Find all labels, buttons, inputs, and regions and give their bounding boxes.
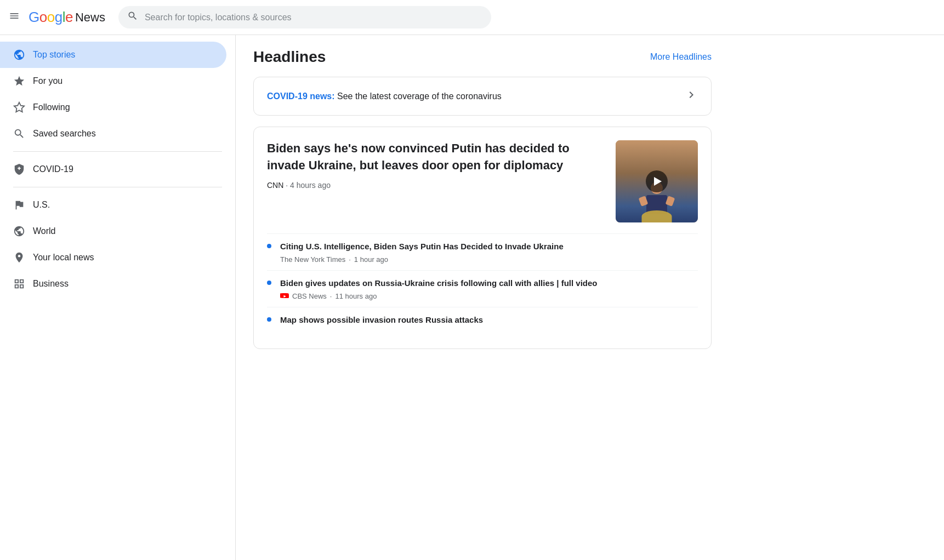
article-thumbnail[interactable] [616,140,698,222]
divider-2 [13,187,222,187]
sub-article-1[interactable]: Citing U.S. Intelligence, Biden Says Put… [267,233,698,270]
sub-dot-2: · [330,292,332,300]
sub-source-name-2: CBS News [292,292,327,300]
play-triangle [654,177,662,186]
sub-source-2: CBS News · 11 hours ago [280,292,698,300]
header: Google News Search for topics, locations… [0,0,944,35]
sub-article-content-1: Citing U.S. Intelligence, Biden Says Put… [280,241,698,264]
shield-plus-icon [13,163,33,175]
globe-icon [13,49,33,61]
menu-icon[interactable] [9,10,20,24]
article-main-text: Biden says he's now convinced Putin has … [267,140,602,222]
search-saved-icon [13,128,33,140]
sidebar-item-covid[interactable]: COVID-19 [0,156,226,182]
logo-news-text: News [75,10,105,25]
biden-hand-left [639,196,649,206]
sidebar-item-saved-searches[interactable]: Saved searches [0,121,226,147]
youtube-icon [280,293,289,300]
covid-banner[interactable]: COVID-19 news: See the latest coverage o… [253,77,712,116]
sidebar-label-top-stories: Top stories [33,50,75,60]
chevron-right-icon [685,88,698,104]
article-card-main: Biden says he's now convinced Putin has … [253,127,712,349]
flag-icon [13,199,33,211]
bullet-3 [267,317,271,322]
location-icon [13,252,33,264]
star-icon [13,101,33,113]
search-bar[interactable]: Search for topics, locations & sources [118,6,491,28]
sidebar-label-following: Following [33,102,70,112]
headlines-header: Headlines More Headlines [253,48,712,66]
sub-source-name-1: The New York Times [280,255,345,264]
covid-banner-text: COVID-19 news: See the latest coverage o… [267,92,502,101]
logo-google-text: Google [29,9,73,26]
sub-headline-1: Citing U.S. Intelligence, Biden Says Put… [280,241,698,252]
covid-link-text: COVID-19 news: [267,92,335,101]
sub-time-2: 11 hours ago [335,292,377,300]
sidebar-item-business[interactable]: Business [0,271,226,297]
sub-article-content-3: Map shows possible invasion routes Russi… [280,314,698,329]
logo[interactable]: Google News [29,9,105,26]
sidebar: Top stories For you Following [0,35,236,560]
sidebar-item-us[interactable]: U.S. [0,192,226,218]
bullet-1 [267,244,271,248]
source-dot: · [286,181,290,190]
sub-headline-3: Map shows possible invasion routes Russi… [280,314,698,325]
sub-article-3[interactable]: Map shows possible invasion routes Russi… [267,307,698,335]
earth-icon [13,225,33,237]
svg-marker-0 [14,102,24,112]
sidebar-label-world: World [33,226,56,236]
presidential-seal [642,210,672,222]
search-placeholder: Search for topics, locations & sources [145,13,292,22]
article-source: CNN · 4 hours ago [267,181,602,190]
sidebar-label-for-you: For you [33,76,62,86]
play-button[interactable] [646,170,668,192]
article-headline[interactable]: Biden says he's now convinced Putin has … [267,140,602,174]
sidebar-label-us: U.S. [33,200,50,210]
main-content: Headlines More Headlines COVID-19 news: … [236,35,729,560]
sub-source-1: The New York Times · 1 hour ago [280,255,698,264]
article-time: 4 hours ago [290,181,331,190]
covid-description: See the latest coverage of the coronavir… [337,92,502,101]
sub-dot-1: · [349,255,351,264]
more-headlines-link[interactable]: More Headlines [650,52,712,62]
sub-article-content-2: Biden gives updates on Russia-Ukraine cr… [280,277,698,300]
sidebar-label-business: Business [33,279,69,289]
page-layout: Top stories For you Following [0,35,944,560]
headlines-title: Headlines [253,48,326,66]
grid-icon [13,278,33,290]
sub-time-1: 1 hour ago [354,255,388,264]
sidebar-label-local-news: Your local news [33,253,94,262]
sidebar-label-covid: COVID-19 [33,164,73,174]
sparkle-icon [13,75,33,87]
source-name: CNN [267,181,283,190]
bullet-2 [267,281,271,285]
sub-headline-2: Biden gives updates on Russia-Ukraine cr… [280,277,698,289]
article-main-section: Biden says he's now convinced Putin has … [267,140,698,222]
sidebar-label-saved-searches: Saved searches [33,129,96,139]
sidebar-item-top-stories[interactable]: Top stories [0,42,226,68]
divider-1 [13,151,222,152]
sidebar-item-world[interactable]: World [0,218,226,244]
sub-article-2[interactable]: Biden gives updates on Russia-Ukraine cr… [267,270,698,307]
search-icon [127,10,138,24]
biden-hand-right [666,196,675,206]
sidebar-item-local-news[interactable]: Your local news [0,244,226,271]
sub-articles-list: Citing U.S. Intelligence, Biden Says Put… [267,233,698,335]
sidebar-item-for-you[interactable]: For you [0,68,226,94]
sidebar-item-following[interactable]: Following [0,94,226,121]
